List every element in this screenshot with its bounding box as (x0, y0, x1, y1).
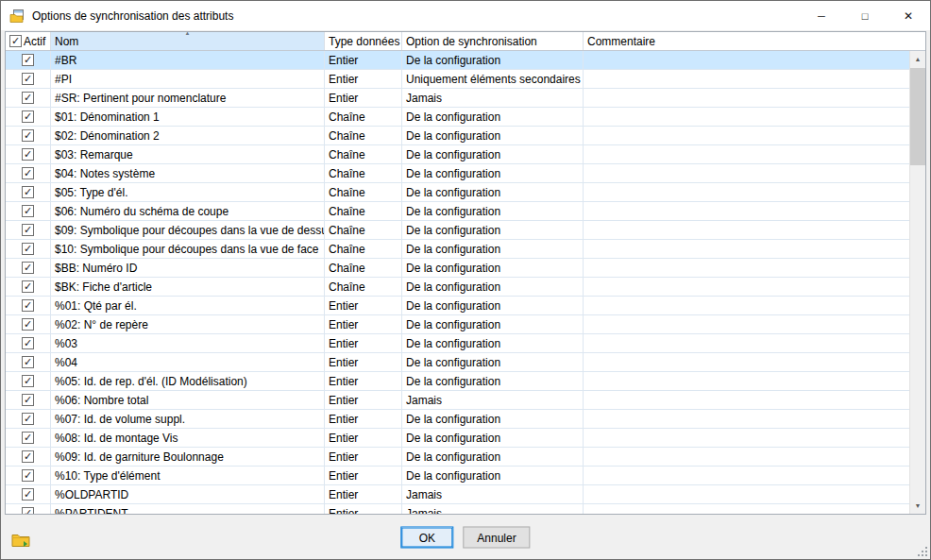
cell-type[interactable]: Chaîne (325, 240, 402, 258)
cell-commentaire[interactable] (584, 410, 909, 428)
row-active-checkbox[interactable]: ✓ (22, 92, 34, 104)
scroll-up-button[interactable]: ▲ (910, 51, 925, 67)
cell-type[interactable]: Entier (325, 315, 402, 333)
row-active-checkbox[interactable]: ✓ (22, 488, 34, 501)
cell-commentaire[interactable] (584, 51, 909, 69)
cell-option[interactable]: De la configuration (402, 164, 584, 182)
cell-option[interactable]: De la configuration (402, 448, 584, 466)
cell-type[interactable]: Chaîne (325, 278, 402, 296)
cell-type[interactable]: Entier (325, 391, 402, 409)
cell-nom[interactable]: #SR: Pertinent pour nomenclature (51, 89, 325, 107)
cell-commentaire[interactable] (584, 429, 909, 447)
table-row[interactable]: ✓%06: Nombre totalEntierJamais (6, 391, 909, 410)
cell-commentaire[interactable] (584, 221, 909, 239)
cell-commentaire[interactable] (584, 372, 909, 390)
row-active-checkbox[interactable]: ✓ (22, 224, 34, 236)
cell-option[interactable]: Jamais (402, 485, 584, 503)
header-option[interactable]: Option de synchronisation (402, 32, 584, 50)
table-row[interactable]: ✓$06: Numéro du schéma de coupeChaîneDe … (6, 202, 909, 221)
cell-option[interactable]: De la configuration (402, 240, 584, 258)
cell-option[interactable]: De la configuration (402, 127, 584, 144)
table-row[interactable]: ✓$BB: Numéro IDChaîneDe la configuration (6, 259, 909, 278)
table-row[interactable]: ✓$BK: Fiche d'articleChaîneDe la configu… (6, 278, 909, 297)
favorites-button[interactable] (8, 528, 33, 551)
scrollbar-thumb[interactable] (910, 68, 925, 165)
table-row[interactable]: ✓%01: Qté par él.EntierDe la configurati… (6, 297, 909, 315)
cell-type[interactable]: Entier (325, 334, 402, 352)
row-active-checkbox[interactable]: ✓ (22, 243, 34, 255)
table-row[interactable]: ✓%10: Type d'élémentEntierDe la configur… (6, 467, 909, 485)
row-active-checkbox[interactable]: ✓ (22, 148, 34, 161)
cell-nom[interactable]: %05: Id. de rep. d'él. (ID Modélisation) (51, 372, 325, 390)
table-row[interactable]: ✓%08: Id. de montage VisEntierDe la conf… (6, 429, 909, 448)
cell-type[interactable]: Chaîne (325, 164, 402, 182)
cell-commentaire[interactable] (584, 89, 909, 107)
row-active-checkbox[interactable]: ✓ (22, 205, 34, 217)
select-all-checkbox[interactable]: ✓ (9, 35, 22, 47)
cell-nom[interactable]: %PARTIDENT (51, 504, 325, 514)
cell-nom[interactable]: $04: Notes système (51, 164, 325, 182)
row-active-checkbox[interactable]: ✓ (22, 394, 34, 406)
cell-type[interactable]: Chaîne (325, 202, 402, 220)
ok-button[interactable]: OK (400, 527, 453, 549)
table-row[interactable]: ✓$04: Notes systèmeChaîneDe la configura… (6, 164, 909, 183)
cell-nom[interactable]: $09: Symbolique pour découpes dans la vu… (51, 221, 325, 239)
titlebar[interactable]: Options de synchronisation des attributs… (1, 1, 930, 30)
cell-nom[interactable]: %08: Id. de montage Vis (51, 429, 325, 447)
table-row[interactable]: ✓%OLDPARTIDEntierJamais (6, 485, 909, 504)
table-row[interactable]: ✓%09: Id. de garniture BoulonnageEntierD… (6, 448, 909, 467)
cell-commentaire[interactable] (584, 278, 909, 296)
cell-commentaire[interactable] (584, 164, 909, 182)
table-row[interactable]: ✓#SR: Pertinent pour nomenclatureEntierJ… (6, 89, 909, 108)
cell-type[interactable]: Entier (325, 353, 402, 371)
cell-nom[interactable]: %09: Id. de garniture Boulonnage (51, 448, 325, 466)
cell-option[interactable]: De la configuration (402, 467, 584, 484)
cell-type[interactable]: Entier (325, 504, 402, 514)
table-row[interactable]: ✓%03EntierDe la configuration (6, 334, 909, 353)
cell-option[interactable]: De la configuration (402, 410, 584, 428)
cell-nom[interactable]: $03: Remarque (51, 145, 325, 163)
cell-nom[interactable]: %03 (51, 334, 325, 352)
cell-nom[interactable]: %10: Type d'élément (51, 467, 325, 484)
cell-type[interactable]: Entier (325, 467, 402, 484)
cell-type[interactable]: Chaîne (325, 145, 402, 163)
cell-nom[interactable]: $BB: Numéro ID (51, 259, 325, 277)
cell-option[interactable]: De la configuration (402, 259, 584, 277)
table-row[interactable]: ✓$03: RemarqueChaîneDe la configuration (6, 145, 909, 164)
table-row[interactable]: ✓%PARTIDENTEntierJamais (6, 504, 909, 514)
cell-commentaire[interactable] (584, 259, 909, 277)
cell-commentaire[interactable] (584, 183, 909, 201)
cell-commentaire[interactable] (584, 240, 909, 258)
cell-option[interactable]: Jamais (402, 391, 584, 409)
vertical-scrollbar[interactable]: ▲ ▼ (909, 51, 925, 514)
scroll-down-button[interactable]: ▼ (910, 498, 925, 514)
row-active-checkbox[interactable]: ✓ (22, 432, 34, 444)
cell-commentaire[interactable] (584, 297, 909, 314)
cell-type[interactable]: Entier (325, 51, 402, 69)
table-row[interactable]: ✓$10: Symbolique pour découpes dans la v… (6, 240, 909, 259)
header-type[interactable]: Type données (325, 32, 402, 50)
table-row[interactable]: ✓#BREntierDe la configuration (6, 51, 909, 70)
cell-option[interactable]: De la configuration (402, 429, 584, 447)
cell-type[interactable]: Chaîne (325, 221, 402, 239)
cell-commentaire[interactable] (584, 127, 909, 144)
cell-option[interactable]: De la configuration (402, 221, 584, 239)
row-active-checkbox[interactable]: ✓ (22, 318, 34, 331)
cell-nom[interactable]: #BR (51, 51, 325, 69)
cell-nom[interactable]: %02: N° de repère (51, 315, 325, 333)
cell-type[interactable]: Entier (325, 485, 402, 503)
cell-commentaire[interactable] (584, 315, 909, 333)
header-actif[interactable]: ✓ Actif (6, 32, 51, 50)
close-button[interactable]: ✕ (887, 1, 930, 30)
cell-commentaire[interactable] (584, 202, 909, 220)
cell-type[interactable]: Chaîne (325, 108, 402, 126)
cell-nom[interactable]: $10: Symbolique pour découpes dans la vu… (51, 240, 325, 258)
cell-type[interactable]: Chaîne (325, 259, 402, 277)
cell-type[interactable]: Entier (325, 448, 402, 466)
table-row[interactable]: ✓%02: N° de repèreEntierDe la configurat… (6, 315, 909, 334)
cell-commentaire[interactable] (584, 504, 909, 514)
cell-nom[interactable]: %OLDPARTID (51, 485, 325, 503)
cell-option[interactable]: De la configuration (402, 353, 584, 371)
cell-type[interactable]: Chaîne (325, 127, 402, 144)
cell-nom[interactable]: $05: Type d'él. (51, 183, 325, 201)
